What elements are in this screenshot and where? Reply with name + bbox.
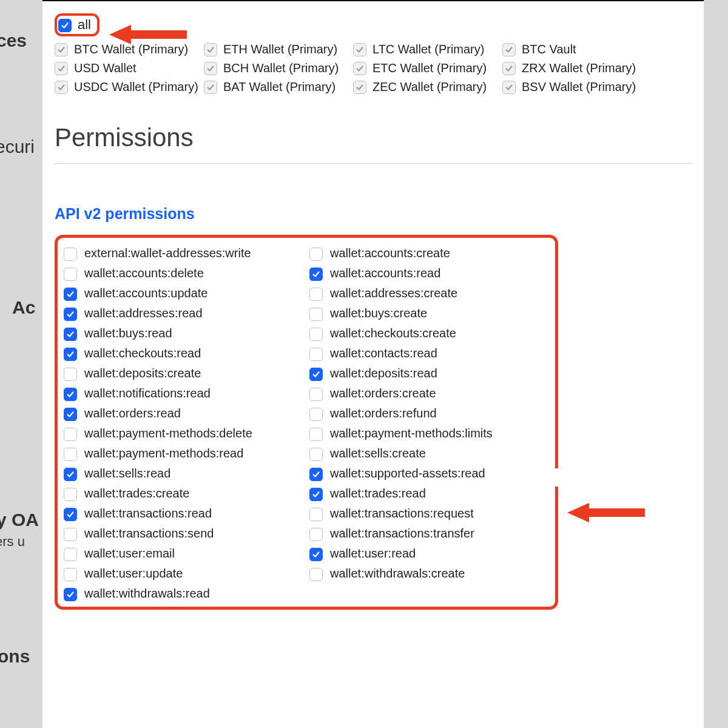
permission-item: wallet:deposits:read [309,366,549,380]
checkbox-permission[interactable] [309,268,323,281]
permission-label: wallet:transactions:request [330,507,474,521]
checkbox-permission[interactable] [64,488,77,501]
bg-text: ers u [0,534,25,550]
checkbox-wallet[interactable] [353,81,366,94]
permission-label: wallet:contacts:read [330,346,437,360]
checkbox-permission[interactable] [309,508,323,521]
checkbox-wallet[interactable] [55,62,68,75]
permission-item: wallet:supported-assets:read [309,467,549,480]
permission-label: wallet:user:email [84,547,175,561]
checkbox-permission[interactable] [309,368,323,381]
permission-item: wallet:transactions:send [64,527,303,541]
permission-label: wallet:transactions:send [84,527,214,541]
permission-item: wallet:contacts:read [309,346,549,360]
permission-item: wallet:deposits:create [64,366,303,380]
permission-item: wallet:payment-methods:read [64,447,303,460]
checkbox-permission[interactable] [64,268,77,281]
permission-label: wallet:payment-methods:read [84,447,243,460]
permission-label: wallet:buys:create [330,306,427,320]
checkbox-permission[interactable] [64,328,77,341]
permission-item: wallet:addresses:read [64,306,303,320]
checkbox-permission[interactable] [309,568,323,581]
checkbox-permission[interactable] [64,368,77,381]
wallet-item: BTC Wallet (Primary) [55,42,200,56]
checkbox-permission[interactable] [64,348,77,361]
permission-label: wallet:checkouts:create [330,326,456,340]
wallet-item: BCH Wallet (Primary) [204,61,349,75]
wallet-label: BSV Wallet (Primary) [522,80,636,94]
checkbox-permission[interactable] [309,488,323,501]
permission-label: wallet:addresses:create [330,286,457,300]
permission-label: wallet:transactions:read [84,507,212,521]
checkbox-permission[interactable] [309,328,323,341]
checkbox-permission[interactable] [64,308,77,321]
checkbox-permission[interactable] [64,588,77,601]
permission-label: wallet:user:update [84,567,183,581]
checkbox-permission[interactable] [64,548,77,561]
wallet-label: LTC Wallet (Primary) [372,42,484,56]
checkbox-permission[interactable] [64,528,77,541]
permission-item: wallet:user:update [64,567,303,581]
checkbox-permission[interactable] [64,388,77,401]
checkbox-permission[interactable] [64,248,77,261]
checkbox-permission[interactable] [309,248,323,261]
checkbox-permission[interactable] [309,348,323,361]
permission-item: wallet:accounts:read [309,266,549,280]
permission-label: wallet:accounts:update [84,286,207,300]
permission-item: wallet:orders:read [64,406,303,420]
wallet-item: USD Wallet [55,61,200,75]
checkbox-permission[interactable] [309,428,323,441]
permissions-heading: Permissions [55,123,692,152]
wallet-item: USDC Wallet (Primary) [55,80,200,94]
checkbox-permission[interactable] [64,408,77,421]
checkbox-permission[interactable] [309,308,323,321]
permission-item: wallet:transactions:transfer [309,527,549,541]
checkbox-permission[interactable] [64,288,77,301]
permission-label: external:wallet-addresses:write [84,246,251,260]
permission-item: wallet:orders:refund [309,406,549,420]
permission-label: wallet:payment-methods:delete [84,426,252,440]
permission-item: wallet:payment-methods:limits [309,426,549,440]
checkbox-wallet[interactable] [502,81,516,94]
checkbox-wallet[interactable] [502,62,516,75]
permission-label: wallet:payment-methods:limits [330,426,493,440]
checkbox-wallet[interactable] [204,43,217,56]
checkbox-wallet[interactable] [502,43,516,56]
wallets-section: all BTC Wallet (Primary)ETH Wallet (Prim… [55,13,692,99]
bg-text: Ac [12,297,35,318]
checkbox-wallet[interactable] [353,62,366,75]
checkbox-permission[interactable] [64,568,77,581]
checkbox-permission[interactable] [309,528,323,541]
checkbox-wallet[interactable] [353,43,366,56]
checkbox-permission[interactable] [64,508,77,521]
bg-text: ces [0,30,27,51]
checkbox-permission[interactable] [309,288,323,301]
checkbox-wallet[interactable] [204,62,217,75]
permissions-grid: external:wallet-addresses:writewallet:ac… [64,246,549,601]
permission-item: wallet:user:email [64,547,303,561]
checkbox-wallet[interactable] [55,43,68,56]
checkbox-permission[interactable] [309,408,323,421]
checkbox-permission[interactable] [64,448,77,461]
checkbox-permission[interactable] [309,468,323,481]
checkbox-wallet[interactable] [55,81,68,94]
checkbox-permission[interactable] [309,548,323,561]
permission-item: wallet:checkouts:create [309,326,549,340]
checkbox-permission[interactable] [64,468,77,481]
permission-label: wallet:sells:read [84,467,170,480]
checkbox-permission[interactable] [309,448,323,461]
permission-label: wallet:orders:refund [330,406,437,420]
checkbox-wallet[interactable] [204,81,217,94]
wallet-label: BCH Wallet (Primary) [223,61,339,75]
bg-text: ons [0,646,30,667]
wallet-item: LTC Wallet (Primary) [353,42,499,56]
permission-item: wallet:notifications:read [64,386,303,400]
checkbox-permission[interactable] [64,428,77,441]
wallet-item: ETC Wallet (Primary) [353,61,499,75]
permissions-modal: all BTC Wallet (Primary)ETH Wallet (Prim… [42,0,704,728]
checkbox-all-wallets[interactable] [58,19,72,32]
permission-item: wallet:orders:create [309,386,549,400]
wallet-label: BTC Vault [522,42,576,56]
annotation-highlight-all: all [55,13,99,36]
checkbox-permission[interactable] [309,388,323,401]
